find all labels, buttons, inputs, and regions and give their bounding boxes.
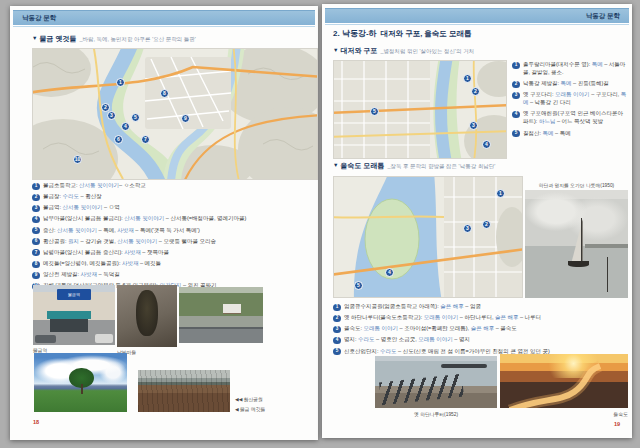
subsection-subtitle: _병정처럼 꺾인 '살아있는 정신'의 거처 [380, 48, 474, 54]
list-item: 9양산천 제방길: 사밧재 – 둑덕길 [32, 271, 316, 279]
caption-boats: 옛 하단나루터(1952) [375, 411, 497, 417]
item-text: 남부마을(양산시 물금읍 물금리): 산서동 뒷이야기 – 산서동(=배정마을,… [43, 215, 246, 223]
map-marker: 5 [354, 281, 363, 290]
text-segment: – 나루터 [518, 314, 541, 320]
poi-list-mulgeum: 1물금초등학교: 산서동 뒷이야기– ㅇ소학교2물금장: 수라도 – 황산장3물… [32, 182, 316, 294]
text-segment: – 강기슭 갯벌, [79, 238, 117, 244]
work-title: 독메 [561, 80, 572, 86]
text-segment: 양산천 제방길: [43, 271, 81, 277]
item-number-badge: 9 [32, 272, 40, 279]
photo-nambu-village-wall [117, 285, 177, 347]
list-item: 2물금장: 수라도 – 황산장 [32, 193, 316, 201]
work-title: 독메 [592, 61, 603, 67]
running-head: 낙동강 문학 [22, 14, 56, 23]
map-eulsukdo: 12345 [333, 176, 523, 298]
work-title: 슬픈 해후 [440, 303, 464, 309]
winding-channel [500, 354, 628, 408]
work-title: 산서동 뒷이야기 [63, 204, 103, 210]
page-left: 낙동강 문학 ▼물금 옛것들_바람, 둑에, 농민저항 아우른 '요산 문학의 … [10, 6, 318, 440]
text-segment: – 낙동강 긴 다리 [529, 99, 571, 105]
item-number-badge: 1 [333, 304, 341, 311]
section-number: 2. 낙동강-하 [333, 29, 377, 38]
text-segment: – 메깃들 [139, 260, 162, 266]
moored-boats [379, 374, 464, 405]
list-item: 8메깃들(=양산평야, 메깃들공원): 사밧재 – 메깃들 [32, 260, 316, 268]
item-text: 물금초등학교: 산서동 뒷이야기– ㅇ소학교 [43, 182, 146, 190]
triangle-marker-icon: ▼ [32, 35, 37, 41]
list-item: 3물금역: 산서동 뒷이야기 – ㅁ역 [32, 204, 316, 212]
map-marker: 4 [482, 140, 491, 149]
subsection-heading-mulgeum: ▼물금 옛것들_바람, 둑에, 농민저항 아우른 '요산 문학의 들판' [32, 34, 196, 44]
item-number-badge: 5 [32, 227, 40, 234]
text-segment: 낙동강 제방길: [523, 80, 561, 86]
work-title: 사밧재 [81, 271, 98, 277]
map-marker: 3 [107, 111, 116, 120]
foreground-pole [607, 257, 608, 292]
item-text: 증산: 산서동 뒷이야기 – 독메, 사밧재 – 독메('갯목 둑 가서 독메'… [43, 227, 200, 235]
map-marker: 3 [469, 121, 478, 130]
text-segment: – 어느 목삿댁 뒷방 [555, 118, 603, 124]
item-text: 메깃들(=양산평야, 메깃들공원): 사밧재 – 메깃들 [43, 260, 161, 268]
text-segment: – 명호안 소금굿, [375, 336, 419, 342]
item-text: 옛 구포애린원(구포역 인근 베이스타운아파트): 하느님 – 어느 목삿댁 뒷… [523, 110, 628, 126]
station-sign: 물금역 [57, 289, 91, 300]
list-item: 1엄궁유수지공원(엄궁초등학교 아래쪽): 슬픈 해후 – 엄궁 [333, 303, 629, 311]
text-segment: 옛 구포다리: [523, 91, 555, 97]
work-title: 수라도 [380, 348, 397, 354]
list-item: 4옛 구포애린원(구포역 인근 베이스타운아파트): 하느님 – 어느 목삿댁 … [512, 110, 628, 126]
text-segment: – 명지 [453, 336, 470, 342]
text-segment: 을숙도: [344, 325, 364, 331]
item-number-badge: 2 [333, 315, 341, 322]
list-item: 3옛 구포다리: 모래톱 이야기 – 구포다리, 독메 – 낙동강 긴 다리 [512, 91, 628, 107]
item-number-badge: 7 [32, 249, 40, 256]
item-number-badge: 6 [32, 238, 40, 245]
work-title: 하느님 [539, 118, 556, 124]
subsection-title: 을숙도 모래톱 [340, 162, 384, 169]
text-segment: – 독메 [554, 130, 571, 136]
item-text: 옛 하단나루터(을숙도초등학교): 모래톱 이야기 – 하단나루터, 슬픈 해후… [344, 314, 541, 322]
triangle-marker-icon: ▼ [333, 47, 338, 53]
page-right: 낙동강 문학 2. 낙동강-하대저와 구포, 을숙도 모래톱 ▼대저와 구포_병… [322, 4, 632, 438]
triangle-marker-icon: ▼ [333, 162, 338, 168]
map-mulgeum-area: 12345678910 [32, 48, 318, 180]
page-number: 19 [614, 421, 620, 427]
work-title: 모래톱 이야기 [555, 91, 590, 97]
list-item: 1물금초등학교: 산서동 뒷이야기– ㅇ소학교 [32, 182, 316, 190]
text-segment: – 독메('갯목 둑 가서 독메') [134, 227, 200, 233]
item-number-badge: 5 [333, 348, 341, 355]
text-segment: – 둑덕길 [97, 271, 120, 277]
item-text: 황산공원: 원지 – 강기슭 갯벌, 산서동 뒷이야기 – 모랫등 뻘마을 오리… [43, 238, 216, 246]
text-segment: – 구포다리, [590, 91, 621, 97]
item-number-badge: 3 [333, 326, 341, 333]
text-segment: – 엄궁 [464, 303, 481, 309]
map-gupo-daejeo: 12345 [333, 60, 507, 159]
subsection-subtitle: _바람, 둑에, 농민저항 아우른 '요산 문학의 들판' [79, 36, 195, 42]
text-segment: – 잿목마을 [141, 249, 169, 255]
work-title: 수라도 [63, 193, 80, 199]
work-title: 모래톱 이야기 [424, 314, 459, 320]
far-shore [585, 244, 628, 248]
map-artwork [334, 61, 506, 158]
caption-sailboat: 하단과 명지를 오가던 나룻배(1950) [525, 182, 628, 188]
running-head: 낙동강 문학 [586, 12, 620, 21]
text-segment: – 조마이섬(=황폐한 모래톱), [398, 325, 471, 331]
map-marker: 1 [116, 78, 125, 87]
map-marker: 3 [463, 224, 472, 233]
map-marker: 6 [114, 135, 123, 144]
map-marker: 10 [73, 155, 82, 164]
caption-field: ◀ 물금 메깃들 [235, 406, 265, 412]
text-segment: 물금초등학교: [43, 182, 79, 188]
text-segment: 물금역: [43, 204, 63, 210]
item-text: 명지: 수라도 – 명호안 소금굿, 모래톱 이야기 – 명지 [344, 336, 470, 344]
work-title: 슬픈 해후 [495, 314, 519, 320]
list-item: 2옛 하단나루터(을숙도초등학교): 모래톱 이야기 – 하단나루터, 슬픈 해… [333, 314, 629, 322]
map-marker: 8 [160, 89, 169, 98]
item-text: 옛 구포다리: 모래톱 이야기 – 구포다리, 독메 – 낙동강 긴 다리 [523, 91, 628, 107]
text-segment: 명지: [344, 336, 358, 342]
item-text: 양산천 제방길: 사밧재 – 둑덕길 [43, 271, 120, 279]
barge [441, 364, 487, 368]
map-marker: 7 [141, 135, 150, 144]
work-title: 산서동 뒷이야기 [79, 182, 119, 188]
map-marker: 4 [121, 122, 130, 131]
page-header-band: 낙동강 문학 [325, 8, 629, 23]
